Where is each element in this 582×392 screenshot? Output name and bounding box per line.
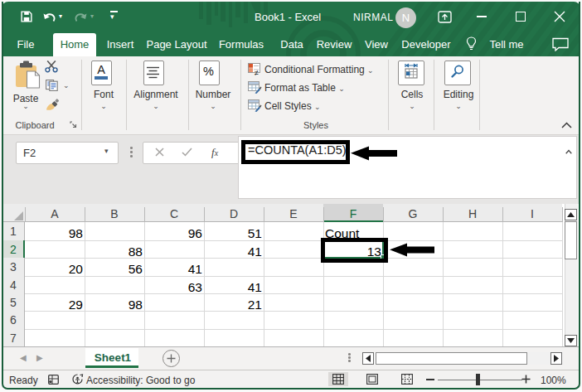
svg-text:≠: ≠ (255, 69, 259, 76)
